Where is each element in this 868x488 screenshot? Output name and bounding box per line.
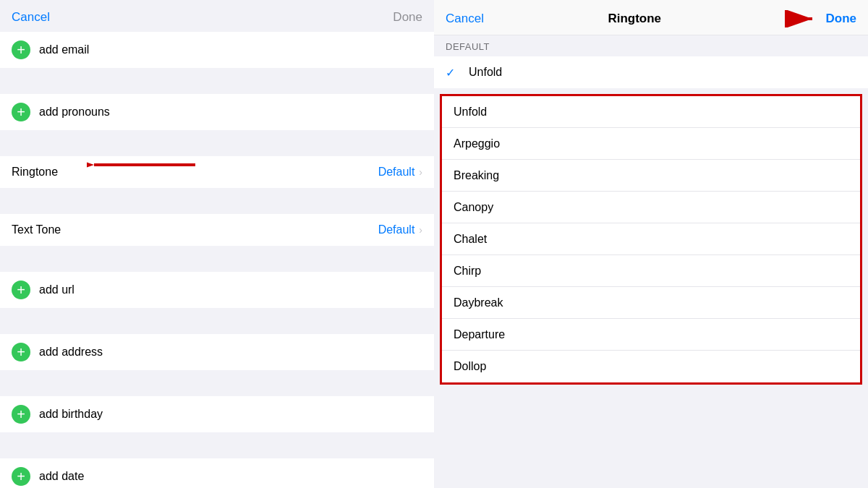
section-separator (434, 88, 868, 94)
right-panel: Cancel Ringtone Done DEFAULT ✓ Unfold Un… (434, 0, 868, 488)
ringtone-name: Arpeggio (454, 137, 500, 150)
add-pronouns-label: add pronouns (39, 106, 110, 119)
text-tone-value-text: Default (378, 223, 415, 236)
ringtone-outline-box: UnfoldArpeggioBreakingCanopyChaletChirpD… (440, 94, 862, 385)
right-cancel-button[interactable]: Cancel (446, 12, 484, 26)
ringtone-label: Ringtone (12, 166, 58, 179)
add-address-icon (12, 343, 30, 361)
right-done-area: Done (785, 10, 856, 27)
separator-2 (0, 130, 434, 156)
add-pronouns-icon (12, 103, 30, 121)
separator-5 (0, 308, 434, 334)
add-email-icon (12, 40, 30, 59)
ringtone-name: Daybreak (454, 296, 503, 309)
ringtone-name: Canopy (454, 201, 493, 214)
right-header: Cancel Ringtone Done (434, 0, 868, 35)
text-tone-chevron: › (419, 224, 422, 236)
right-title: Ringtone (608, 12, 661, 26)
add-email-label: add email (39, 43, 89, 56)
text-tone-value: Default › (378, 223, 422, 236)
list-item[interactable]: Departure (442, 319, 860, 351)
separator-3 (0, 188, 434, 214)
add-date-label: add date (39, 470, 84, 483)
ringtone-name: Departure (454, 328, 505, 341)
list-item[interactable]: Canopy (442, 192, 860, 223)
add-address-label: add address (39, 346, 103, 359)
add-date-icon (12, 467, 30, 486)
add-address-row[interactable]: add address (0, 334, 434, 370)
left-header: Cancel Done (0, 0, 434, 32)
selected-ringtone-name: Unfold (469, 66, 502, 79)
ringtone-name: Unfold (454, 106, 487, 119)
ringtone-name: Chalet (454, 233, 487, 246)
separator-6 (0, 370, 434, 396)
right-done-button[interactable]: Done (825, 12, 856, 26)
left-done-button[interactable]: Done (393, 10, 422, 25)
text-tone-row[interactable]: Text Tone Default › (0, 214, 434, 246)
add-birthday-icon (12, 405, 30, 424)
add-date-row[interactable]: add date (0, 458, 434, 488)
add-birthday-row[interactable]: add birthday (0, 396, 434, 432)
add-email-row[interactable]: add email (0, 32, 434, 68)
right-arrow-svg (785, 10, 821, 27)
add-pronouns-row[interactable]: add pronouns (0, 94, 434, 130)
list-item[interactable]: Arpeggio (442, 128, 860, 160)
list-item[interactable]: Breaking (442, 160, 860, 192)
list-item[interactable]: Chalet (442, 223, 860, 255)
list-item[interactable]: Dollop (442, 351, 860, 382)
text-tone-label: Text Tone (12, 223, 61, 236)
ringtone-row[interactable]: Ringtone Default › (0, 156, 434, 188)
left-panel: Cancel Done add email add pronouns Ringt… (0, 0, 434, 488)
ringtone-items: UnfoldArpeggioBreakingCanopyChaletChirpD… (442, 96, 860, 382)
ringtone-name: Chirp (454, 265, 481, 278)
separator-7 (0, 432, 434, 458)
separator-1 (0, 68, 434, 94)
add-url-icon (12, 281, 30, 299)
add-url-label: add url (39, 283, 75, 296)
ringtone-value: Default › (378, 166, 422, 179)
checkmark-icon: ✓ (446, 66, 460, 80)
ringtone-value-text: Default (378, 166, 415, 179)
section-header-default: DEFAULT (434, 35, 868, 56)
ringtone-name: Breaking (454, 169, 499, 182)
ringtone-chevron: › (419, 166, 422, 178)
list-item[interactable]: Chirp (442, 255, 860, 287)
list-item[interactable]: Unfold (442, 96, 860, 128)
left-list: add email add pronouns Ringtone Default … (0, 32, 434, 488)
separator-4 (0, 246, 434, 272)
list-item[interactable]: Daybreak (442, 287, 860, 319)
add-birthday-label: add birthday (39, 408, 103, 421)
ringtone-name: Dollop (454, 360, 486, 373)
default-ringtone-list: ✓ Unfold (434, 56, 868, 88)
left-cancel-button[interactable]: Cancel (12, 10, 50, 25)
selected-ringtone-row[interactable]: ✓ Unfold (434, 56, 868, 88)
add-url-row[interactable]: add url (0, 272, 434, 308)
